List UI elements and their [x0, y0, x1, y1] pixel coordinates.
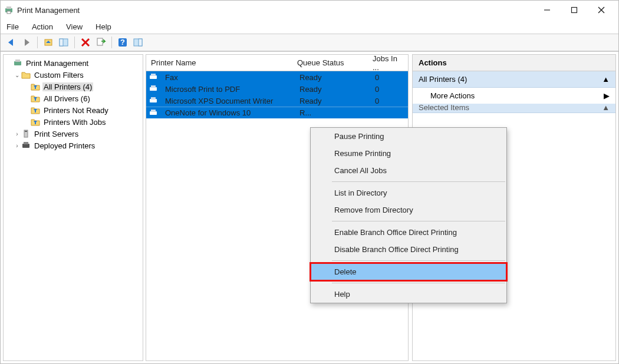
nav-tree: Print Management ⌄ Custom Filters All Pr… — [5, 57, 141, 151]
actions-header: Actions — [413, 55, 615, 71]
collapse-icon[interactable]: ⌄ — [13, 72, 21, 78]
show-hide-tree-button[interactable] — [57, 35, 71, 49]
workspace: Print Management ⌄ Custom Filters All Pr… — [1, 51, 618, 363]
printer-row[interactable]: Microsoft Print to PDF Ready 0 — [146, 83, 408, 95]
svg-rect-9 — [60, 39, 63, 46]
minimize-button[interactable] — [534, 1, 561, 19]
column-printer-name[interactable]: Printer Name — [146, 58, 292, 67]
printer-icon — [149, 97, 158, 105]
tree-root[interactable]: Print Management — [5, 57, 141, 69]
collapse-arrow-icon[interactable]: ▲ — [602, 75, 610, 84]
collapse-arrow-icon[interactable]: ▲ — [602, 104, 610, 112]
cell-jobs: 0 — [370, 97, 406, 105]
svg-rect-16 — [139, 39, 142, 46]
cm-help[interactable]: Help — [311, 286, 506, 303]
tree-printers-with-jobs[interactable]: Printers With Jobs — [5, 116, 141, 128]
up-button[interactable] — [41, 35, 55, 49]
context-menu: Pause Printing Resume Printing Cancel Al… — [310, 127, 507, 303]
filter-icon — [31, 105, 40, 115]
tree-printers-not-ready[interactable]: Printers Not Ready — [5, 104, 141, 116]
toolbar: ? — [1, 34, 618, 51]
separator — [111, 37, 112, 48]
filter-icon — [31, 82, 40, 91]
column-jobs[interactable]: Jobs In ... — [368, 54, 403, 72]
menu-file[interactable]: File — [6, 22, 19, 31]
cell-name: Microsoft Print to PDF — [160, 85, 295, 94]
printer-icon — [21, 141, 31, 150]
separator — [332, 283, 505, 283]
actions-section-label: Selected Items — [419, 104, 469, 112]
printer-row[interactable]: OneNote for Windows 10 R... — [146, 107, 408, 118]
cell-status: R... — [295, 108, 370, 117]
svg-rect-1 — [6, 6, 11, 9]
cm-enable-branch[interactable]: Enable Branch Office Direct Printing — [311, 224, 506, 241]
menu-help[interactable]: Help — [96, 22, 111, 31]
tree-print-servers[interactable]: › Print Servers — [5, 128, 141, 140]
window-title: Print Management — [17, 6, 80, 15]
cell-name: Microsoft XPS Document Writer — [160, 97, 295, 105]
actions-section-label: All Printers (4) — [419, 75, 467, 84]
svg-rect-20 — [25, 131, 27, 132]
export-button[interactable] — [94, 35, 108, 49]
submenu-arrow-icon: ▶ — [604, 91, 610, 100]
printer-row[interactable]: Microsoft XPS Document Writer Ready 0 — [146, 95, 408, 107]
svg-rect-22 — [24, 142, 28, 144]
tree-deployed-printers[interactable]: › Deployed Printers — [5, 140, 141, 151]
show-actions-button[interactable] — [131, 35, 145, 49]
tree-label: All Printers (4) — [42, 82, 93, 91]
tree-custom-filters[interactable]: ⌄ Custom Filters — [5, 69, 141, 81]
svg-rect-18 — [15, 59, 20, 62]
printer-icon — [149, 73, 158, 81]
svg-rect-26 — [151, 85, 156, 88]
actions-section-selected-items[interactable]: Selected Items ▲ — [413, 104, 615, 113]
separator — [332, 260, 505, 261]
tree-label: Print Management — [25, 59, 90, 68]
actions-more-actions[interactable]: More Actions ▶ — [413, 88, 615, 104]
printer-icon — [149, 85, 158, 93]
tree-label: Printers With Jobs — [42, 118, 107, 127]
cm-delete[interactable]: Delete — [311, 263, 506, 280]
folder-icon — [21, 70, 31, 80]
printer-row[interactable]: Fax Ready 0 — [146, 71, 408, 83]
cm-resume-printing[interactable]: Resume Printing — [311, 145, 506, 162]
tree-all-drivers[interactable]: All Drivers (6) — [5, 92, 141, 104]
tree-label: All Drivers (6) — [42, 94, 91, 103]
actions-item-label: More Actions — [430, 91, 475, 100]
separator — [37, 37, 38, 48]
svg-rect-17 — [14, 61, 21, 65]
print-management-icon — [13, 58, 22, 68]
actions-section-all-printers[interactable]: All Printers (4) ▲ — [413, 71, 615, 88]
cell-name: Fax — [160, 73, 295, 82]
cell-status: Ready — [295, 73, 370, 82]
column-queue-status[interactable]: Queue Status — [292, 58, 368, 67]
delete-toolbar-button[interactable] — [78, 35, 93, 49]
separator — [332, 221, 505, 221]
expand-icon[interactable]: › — [13, 131, 21, 137]
help-toolbar-button[interactable]: ? — [116, 35, 130, 49]
separator — [74, 37, 75, 48]
cm-cancel-all-jobs[interactable]: Cancel All Jobs — [311, 162, 506, 179]
expand-icon[interactable]: › — [13, 143, 21, 149]
cm-pause-printing[interactable]: Pause Printing — [311, 128, 506, 145]
cell-status: Ready — [295, 85, 370, 94]
menu-action[interactable]: Action — [32, 22, 53, 31]
cm-list-in-directory[interactable]: List in Directory — [311, 184, 506, 201]
cm-remove-from-directory[interactable]: Remove from Directory — [311, 201, 506, 219]
cell-jobs: 0 — [370, 73, 406, 82]
filter-icon — [31, 94, 40, 103]
separator — [332, 181, 505, 182]
close-button[interactable] — [588, 1, 615, 19]
back-button[interactable] — [4, 35, 18, 49]
svg-rect-21 — [22, 144, 29, 148]
window-controls — [534, 1, 615, 19]
tree-label: Print Servers — [33, 130, 80, 138]
tree-all-printers[interactable]: All Printers (4) — [5, 81, 141, 92]
forward-button[interactable] — [19, 35, 34, 49]
svg-rect-28 — [151, 97, 156, 100]
svg-rect-4 — [572, 8, 577, 13]
list-header: Printer Name Queue Status Jobs In ... — [146, 55, 408, 71]
menu-view[interactable]: View — [66, 22, 83, 31]
cm-disable-branch[interactable]: Disable Branch Office Direct Printing — [311, 241, 506, 258]
maximize-button[interactable] — [561, 1, 588, 19]
titlebar: Print Management — [1, 1, 618, 19]
